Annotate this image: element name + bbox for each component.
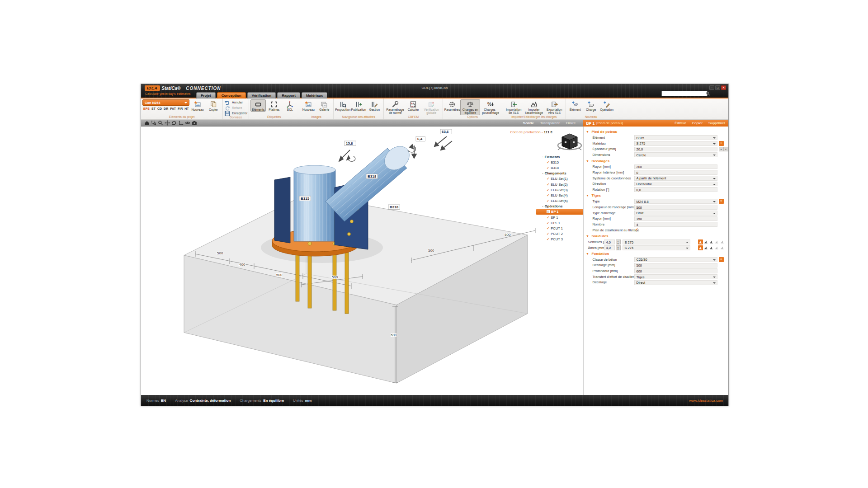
project-item-combo[interactable]: Con N254 — [142, 99, 189, 106]
action-supprimer[interactable]: Supprimer — [708, 121, 725, 125]
weld-type-icon[interactable] — [703, 239, 708, 244]
tree-item-pcut-2[interactable]: ✓PCUT 2 — [536, 231, 583, 237]
prop-input[interactable]: 500 — [634, 263, 717, 268]
weld-size-field[interactable]: 4,0 — [604, 239, 615, 244]
prop-input[interactable]: 0 — [634, 170, 717, 175]
view-mode-filaire[interactable]: Filaire — [566, 121, 576, 125]
add-button[interactable]: + — [719, 199, 724, 204]
tab-projet[interactable]: Projet — [196, 92, 216, 99]
prop-input[interactable]: 0,0 — [634, 187, 717, 192]
ribbon-button-proposition[interactable]: Proposition — [335, 99, 350, 112]
view-mode-transparent[interactable]: Transparent — [540, 121, 560, 125]
prop-input[interactable]: 600 — [634, 268, 717, 273]
view-cube[interactable] — [557, 132, 583, 155]
3d-viewport[interactable]: B315B318B31815,86,463,650040050050050050… — [141, 127, 583, 395]
zoom-window-tool[interactable] — [151, 120, 156, 126]
ribbon-button-parametres[interactable]: Paramètres — [444, 99, 460, 112]
rotate-tool[interactable] — [171, 120, 177, 126]
prop-dropdown[interactable]: Horizontal — [634, 182, 717, 187]
weld-size-field[interactable]: 4,0 — [604, 245, 615, 250]
website-link[interactable]: www.ideastatica.com — [689, 399, 723, 403]
section-header-decalages[interactable]: ▼Décalages — [584, 158, 729, 164]
prop-input[interactable]: 150 — [634, 216, 717, 221]
tree-item-elu-set-3[interactable]: ✓ELU-Set(3) — [536, 187, 583, 192]
ribbon-button-charge[interactable]: Charge — [583, 99, 599, 112]
weld-type-icon[interactable] — [698, 245, 703, 250]
ribbon-button-gestion[interactable]: Gestion — [367, 99, 382, 112]
ribbon-button-operation[interactable]: Opération — [599, 99, 614, 112]
tree-item-elu-set-2[interactable]: ✓ELU-Set(2) — [536, 182, 583, 187]
prop-dropdown[interactable]: Droit — [634, 211, 717, 216]
tree-expander-icon[interactable]: ▪ — [542, 172, 543, 175]
weld-type-icon[interactable] — [714, 245, 719, 250]
home-tool[interactable] — [144, 120, 150, 126]
ribbon-button-importer-l-assemblage[interactable]: Importer l'assemblage — [524, 99, 544, 115]
tree-item-elements[interactable]: ▪Éléments — [536, 154, 583, 160]
ribbon-button-charges-pourcentage[interactable]: %Charges - pourcentage — [481, 99, 500, 115]
tree-item-bp-1[interactable]: BP 1 — [536, 209, 583, 215]
ribbon-button-exportation-vers-xls[interactable]: Exportation vers XLS — [544, 99, 564, 115]
weld-material-dropdown[interactable]: S 275 — [623, 245, 690, 250]
ribbon-button-parametrage-de-norme[interactable]: Paramétrage de norme — [385, 99, 405, 115]
weld-type-icon[interactable] — [720, 245, 725, 250]
prop-dropdown[interactable]: B315 — [634, 135, 717, 140]
tree-item-b315[interactable]: ✓B315 — [536, 160, 583, 165]
view-mode-solide[interactable]: Solide — [523, 121, 534, 125]
tree-item-elu-set-4[interactable]: ✓ELU-Set(4) — [536, 192, 583, 198]
tree-item-b318[interactable]: ✓B318 — [536, 165, 583, 170]
tree-expander-icon[interactable]: ▪ — [542, 155, 543, 158]
prop-dropdown[interactable]: Cercle — [634, 152, 717, 157]
tree-item-operations[interactable]: ▪Opérations — [536, 204, 583, 209]
tree-item-elu-set-1[interactable]: ✓ELU-Set(1) — [536, 176, 583, 182]
ribbon-button-copier[interactable]: Copier — [206, 99, 221, 112]
ribbon-button-nouveau[interactable]: Nouveau — [301, 99, 316, 112]
weld-size-stepper[interactable]: ▴▾ — [616, 239, 621, 244]
tree-item-pcut-1[interactable]: ✓PCUT 1 — [536, 225, 583, 231]
prop-dropdown[interactable]: C25/30 — [634, 257, 717, 262]
ribbon-button-charges-en-equilibre[interactable]: Charges en équilibre — [460, 99, 480, 115]
ribbon-button-annuler[interactable]: Annuler — [224, 100, 247, 105]
ribbon-button-nouveau[interactable]: Nouveau — [190, 99, 205, 112]
tree-item-elu-set-5[interactable]: ✓ELU-Set(5) — [536, 198, 583, 204]
prop-dropdown[interactable]: A partir de l'élément — [634, 176, 717, 181]
ribbon-button-publication[interactable]: Publication — [351, 99, 366, 112]
add-button[interactable]: + — [719, 141, 724, 146]
tree-item-cpl-1[interactable]: ✓CPL 1 — [536, 220, 583, 225]
add-button[interactable]: + — [719, 257, 724, 262]
stepper-down-button[interactable]: ▾ — [724, 147, 728, 152]
section-header-tiges[interactable]: ▼Tiges — [584, 192, 729, 199]
tab-verification[interactable]: Vérification — [247, 92, 276, 99]
tab-rapport[interactable]: Rapport — [277, 92, 300, 99]
ribbon-button-importation-de-xls[interactable]: Importation de XLS — [504, 99, 524, 115]
tree-item-sp-1[interactable]: ✓SP 1 — [536, 215, 583, 220]
axes-tool[interactable] — [178, 120, 184, 126]
ribbon-button-element[interactable]: Élément — [567, 99, 583, 112]
tab-conception[interactable]: Conception — [217, 92, 246, 99]
ribbon-button-calculer[interactable]: Calculer — [406, 99, 421, 112]
section-header-pied-de-poteau[interactable]: ▼Pied de poteau — [584, 129, 729, 135]
prop-dropdown[interactable]: M24 8.8 — [634, 199, 717, 204]
checkbox-checked-icon[interactable]: ✓ — [635, 227, 639, 232]
prop-input[interactable]: 200 — [634, 164, 717, 169]
tree-item-chargements[interactable]: ▪Chargements — [536, 171, 583, 176]
ribbon-button-enregistrer[interactable]: Enregistrer — [224, 111, 247, 116]
action-editeur[interactable]: Éditeur — [675, 121, 686, 125]
section-header-fondation[interactable]: ▼Fondation — [584, 251, 729, 257]
ribbon-button-elements[interactable]: Éléments — [250, 99, 266, 112]
tree-item-pcut-3[interactable]: ✓PCUT 3 — [536, 237, 583, 242]
tree-expander-icon[interactable]: ▪ — [542, 205, 543, 208]
prop-dropdown[interactable]: S 275 — [634, 141, 717, 146]
search-box[interactable] — [661, 91, 708, 96]
weld-size-stepper[interactable]: ▴▾ — [616, 245, 621, 250]
weld-type-icon[interactable] — [703, 245, 708, 250]
ribbon-button-platines[interactable]: Platines — [266, 99, 282, 112]
ribbon-button-galerie[interactable]: Galerie — [316, 99, 332, 112]
close-button[interactable]: ✕ — [721, 85, 726, 90]
minimize-button[interactable]: – — [709, 85, 714, 90]
stepper-up-button[interactable]: ▴ — [719, 147, 724, 152]
prop-input[interactable]: 4 — [634, 222, 717, 227]
pan-tool[interactable] — [164, 120, 170, 126]
maximize-button[interactable]: □ — [715, 85, 720, 90]
weld-material-dropdown[interactable]: S 275 — [623, 239, 690, 244]
ribbon-button-scl[interactable]: SCL — [282, 99, 297, 112]
